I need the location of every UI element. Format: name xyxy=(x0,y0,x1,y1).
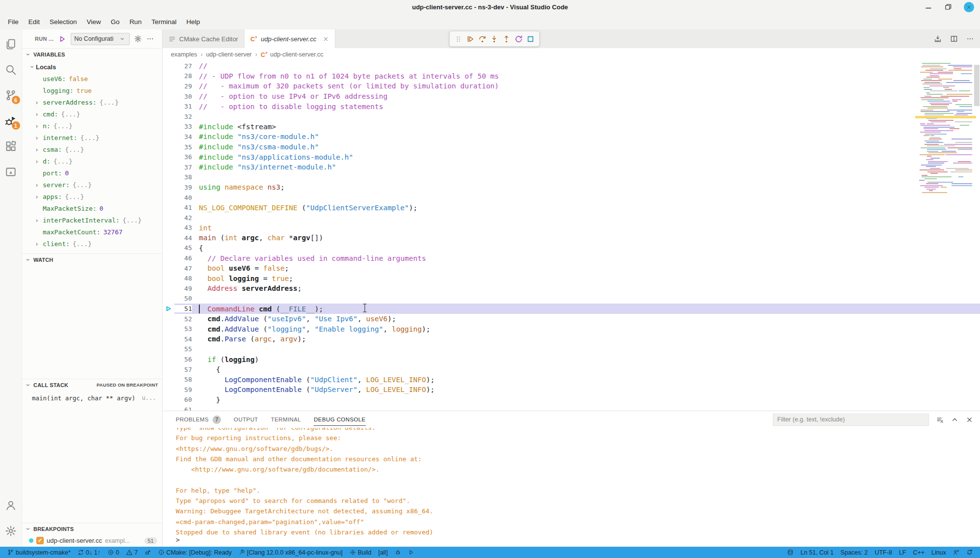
breakpoint-gutter[interactable] xyxy=(163,253,174,263)
code-line-51[interactable]: 51 CommandLine cmd (__FILE__); xyxy=(163,304,980,314)
menu-run[interactable]: Run xyxy=(125,16,147,28)
code-line-43[interactable]: 43int xyxy=(163,223,980,233)
breakpoint-gutter[interactable] xyxy=(163,344,174,355)
breakpoint-gutter[interactable] xyxy=(163,213,174,223)
code-editor[interactable]: 27//28// - UDP flow from n0 to n1 of 102… xyxy=(163,61,980,411)
variable-row-MaxPacketSize[interactable]: MaxPacketSize:0 xyxy=(22,202,162,214)
code-line-60[interactable]: 60 } xyxy=(163,395,980,405)
inbox-arrow-icon[interactable] xyxy=(934,35,942,43)
code-line-59[interactable]: 59 LogComponentEnable ("UdpServer", LOG_… xyxy=(163,385,980,395)
breakpoint-gutter[interactable] xyxy=(163,364,174,375)
close-icon[interactable] xyxy=(964,2,974,12)
code-line-30[interactable]: 30// - option to use IPv4 or IPv6 addres… xyxy=(163,91,980,102)
clear-console-icon[interactable] xyxy=(936,416,944,423)
step-over-button[interactable] xyxy=(477,33,488,44)
status-notifications[interactable] xyxy=(963,547,976,558)
status-cmake-debug-target[interactable] xyxy=(391,547,405,558)
continue-button[interactable] xyxy=(465,33,476,44)
collapse-panel-icon[interactable] xyxy=(951,416,958,423)
status-cmake-run-target[interactable] xyxy=(405,547,418,558)
code-line-52[interactable]: 52 cmd.AddValue ("useIpv6", "Use Ipv6", … xyxy=(163,314,980,324)
stop-button[interactable] xyxy=(525,33,536,44)
activity-extensions[interactable] xyxy=(0,134,22,159)
code-line-55[interactable]: 55 xyxy=(163,344,980,355)
panel-tab-problems[interactable]: PROBLEMS7 xyxy=(176,411,221,428)
minimize-icon[interactable] xyxy=(925,3,932,11)
activity-explorer[interactable] xyxy=(0,31,22,57)
code-line-34[interactable]: 34#include "ns3/core-module.h" xyxy=(163,132,980,142)
code-line-39[interactable]: 39using namespace ns3; xyxy=(163,182,980,193)
code-line-46[interactable]: 46 // Declare variables used in command-… xyxy=(163,253,980,263)
drag-handle-icon[interactable] xyxy=(453,33,463,44)
status-cmake-status[interactable]: CMake: [Debug]: Ready xyxy=(155,547,235,558)
split-editor-icon[interactable] xyxy=(950,35,958,43)
status-cursor-position[interactable]: Ln 51, Col 1 xyxy=(797,547,837,558)
variable-row-client[interactable]: ›client:{...} xyxy=(22,238,162,250)
debug-config-dropdown[interactable]: No Configurati › xyxy=(71,33,130,45)
watch-section-header[interactable]: › WATCH xyxy=(22,253,162,265)
code-line-57[interactable]: 57 { xyxy=(163,364,980,375)
tab-cmake-cache-editor[interactable]: CMake Cache Editor xyxy=(163,29,245,48)
breakpoint-gutter[interactable] xyxy=(163,273,174,283)
variable-row-logging[interactable]: logging:true xyxy=(22,84,162,96)
tab-udp-client-server[interactable]: C+ udp-client-server.cc xyxy=(245,29,335,48)
code-line-31[interactable]: 31// - option to disable logging stateme… xyxy=(163,101,980,112)
breakpoint-gutter[interactable] xyxy=(163,263,174,274)
step-into-button[interactable] xyxy=(489,33,500,44)
breakpoint-gutter[interactable] xyxy=(163,405,174,411)
breakpoint-gutter[interactable] xyxy=(163,172,174,183)
status-encoding[interactable]: UTF-8 xyxy=(871,547,895,558)
activity-run-and-debug[interactable]: 1 xyxy=(0,108,22,134)
status-os-indicator[interactable]: Linux xyxy=(928,547,950,558)
variable-row-d[interactable]: ›d:{...} xyxy=(22,155,162,167)
code-line-53[interactable]: 53 cmd.AddValue ("logging", "Enable logg… xyxy=(163,324,980,334)
status-cmake-kit[interactable]: [Clang 12.0.0 x86_64-pc-linux-gnu] xyxy=(235,547,346,558)
code-line-48[interactable]: 48 bool logging = true; xyxy=(163,273,980,283)
variable-row-port[interactable]: port:0 xyxy=(22,167,162,179)
status-git-branch[interactable]: buildsystem-cmake* xyxy=(4,547,74,558)
status-debug-indicator[interactable] xyxy=(141,547,155,558)
activity-source-control[interactable]: 6 xyxy=(0,83,22,108)
code-line-58[interactable]: 58 LogComponentEnable ("UdpClient", LOG_… xyxy=(163,374,980,385)
breakpoint-gutter[interactable] xyxy=(163,395,174,405)
activity-search[interactable] xyxy=(0,57,22,83)
status-cache-indicator[interactable] xyxy=(784,547,797,558)
status-cmake-build-target[interactable]: [all] xyxy=(375,547,391,558)
variable-row-server[interactable]: ›server:{...} xyxy=(22,179,162,191)
code-line-38[interactable]: 38 xyxy=(163,172,980,183)
panel-tab-output[interactable]: OUTPUT xyxy=(234,411,258,428)
variable-row-interPacketInterval[interactable]: ›interPacketInterval:{...} xyxy=(22,214,162,226)
breakpoint-gutter[interactable] xyxy=(163,152,174,162)
variable-row-serverAddress[interactable]: ›serverAddress:{...} xyxy=(22,96,162,108)
breadcrumb-udp-client-server[interactable]: udp-client-server xyxy=(206,51,252,58)
breakpoint-gutter[interactable] xyxy=(163,91,174,102)
status-sync-changes[interactable]: 0↓ 1↑ xyxy=(74,547,104,558)
breakpoint-gutter[interactable] xyxy=(163,233,174,243)
activity-testing[interactable] xyxy=(0,159,22,185)
menu-go[interactable]: Go xyxy=(106,16,125,28)
code-line-49[interactable]: 49 Address serverAddress; xyxy=(163,283,980,294)
close-icon[interactable] xyxy=(323,36,329,42)
code-line-33[interactable]: 33#include <fstream> xyxy=(163,122,980,132)
breakpoint-gutter[interactable] xyxy=(163,334,174,344)
code-line-44[interactable]: 44main (int argc, char *argv[]) xyxy=(163,233,980,243)
debug-current-line-icon[interactable] xyxy=(163,304,174,314)
step-out-button[interactable] xyxy=(501,33,512,44)
breakpoint-gutter[interactable] xyxy=(163,162,174,172)
code-line-47[interactable]: 47 bool useV6 = false; xyxy=(163,263,980,274)
code-line-40[interactable]: 40 xyxy=(163,193,980,203)
breakpoint-gutter[interactable] xyxy=(163,243,174,253)
code-line-28[interactable]: 28// - UDP flow from n0 to n1 of 1024 by… xyxy=(163,71,980,82)
more-actions-icon[interactable] xyxy=(146,35,154,43)
breadcrumb-examples[interactable]: examples xyxy=(171,51,197,58)
variable-row-cmd[interactable]: ›cmd:{...} xyxy=(22,108,162,120)
code-line-29[interactable]: 29// - maximum of 320 packets sent (or l… xyxy=(163,81,980,91)
variable-row-apps[interactable]: ›apps:{...} xyxy=(22,191,162,202)
panel-tab-terminal[interactable]: TERMINAL xyxy=(271,411,301,428)
menu-terminal[interactable]: Terminal xyxy=(146,16,181,28)
console-prompt[interactable]: > xyxy=(163,536,980,547)
code-line-61[interactable]: 61 xyxy=(163,405,980,411)
breakpoint-gutter[interactable] xyxy=(163,81,174,91)
breakpoint-gutter[interactable] xyxy=(163,385,174,395)
code-line-27[interactable]: 27// xyxy=(163,61,980,71)
